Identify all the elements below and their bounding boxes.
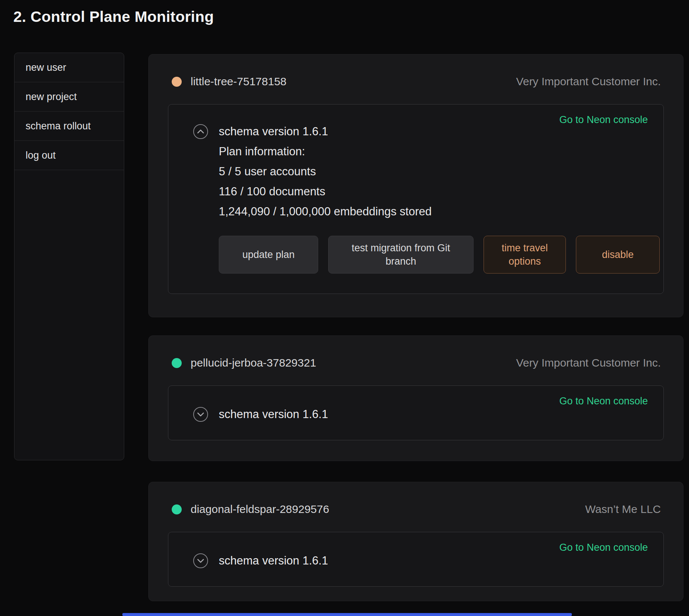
project-card-header: pellucid-jerboa-37829321 Very Important …	[149, 336, 683, 369]
project-name: diagonal-feldspar-28929576	[191, 503, 329, 516]
plan-heading: Plan information:	[219, 142, 660, 162]
time-travel-options-button[interactable]: time travel options	[484, 236, 566, 274]
neon-console-link[interactable]: Go to Neon console	[559, 114, 648, 126]
test-migration-button[interactable]: test migration from Git branch	[328, 236, 474, 274]
control-plane-page: 2. Control Plane Monitoring new user new…	[0, 0, 689, 616]
disable-button[interactable]: disable	[576, 236, 660, 274]
schema-version: schema version 1.6.1	[219, 404, 647, 424]
chevron-up-icon[interactable]	[193, 124, 208, 139]
sidebar-item-schema-rollout[interactable]: schema rollout	[14, 112, 124, 141]
page-title: 2. Control Plane Monitoring	[13, 8, 214, 26]
plan-embeddings: 1,244,090 / 1,000,000 embeddings stored	[219, 202, 660, 222]
sidebar-item-new-user[interactable]: new user	[14, 53, 124, 82]
project-card-little-tree: little-tree-75178158 Very Important Cust…	[148, 54, 683, 317]
plan-user-accounts: 5 / 5 user accounts	[219, 162, 660, 182]
project-details-panel: Go to Neon console schema version 1.6.1	[168, 532, 664, 587]
bottom-accent-bar	[122, 613, 572, 616]
project-name: little-tree-75178158	[191, 75, 287, 88]
project-card-header: diagonal-feldspar-28929576 Wasn’t Me LLC	[149, 482, 683, 516]
project-name: pellucid-jerboa-37829321	[191, 357, 316, 369]
status-dot	[172, 77, 182, 87]
project-card-header: little-tree-75178158 Very Important Cust…	[149, 54, 683, 88]
neon-console-link[interactable]: Go to Neon console	[559, 542, 648, 553]
status-dot	[172, 504, 182, 514]
sidebar-item-log-out[interactable]: log out	[14, 141, 124, 170]
customer-name: Very Important Customer Inc.	[516, 75, 661, 88]
plan-documents: 116 / 100 documents	[219, 182, 660, 202]
schema-version: schema version 1.6.1	[219, 551, 647, 571]
chevron-down-icon[interactable]	[193, 407, 208, 422]
status-dot	[172, 358, 182, 368]
project-details-panel: Go to Neon console schema version 1.6.1 …	[168, 104, 664, 294]
sidebar: new user new project schema rollout log …	[14, 53, 124, 460]
project-details-panel: Go to Neon console schema version 1.6.1	[168, 385, 664, 440]
project-card-pellucid-jerboa: pellucid-jerboa-37829321 Very Important …	[148, 335, 683, 461]
update-plan-button[interactable]: update plan	[219, 236, 318, 274]
sidebar-item-new-project[interactable]: new project	[14, 82, 124, 112]
neon-console-link[interactable]: Go to Neon console	[559, 395, 648, 407]
project-card-diagonal-feldspar: diagonal-feldspar-28929576 Wasn’t Me LLC…	[148, 482, 683, 601]
chevron-down-icon[interactable]	[193, 553, 208, 569]
project-actions: update plan test migration from Git bran…	[219, 236, 660, 274]
customer-name: Very Important Customer Inc.	[516, 357, 661, 369]
customer-name: Wasn’t Me LLC	[585, 503, 661, 516]
